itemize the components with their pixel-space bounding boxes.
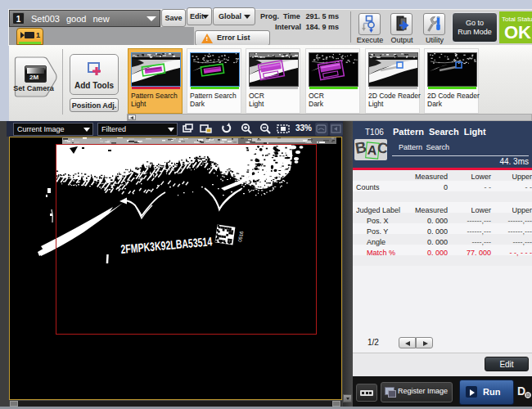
svg-text:D: D [517, 384, 525, 398]
